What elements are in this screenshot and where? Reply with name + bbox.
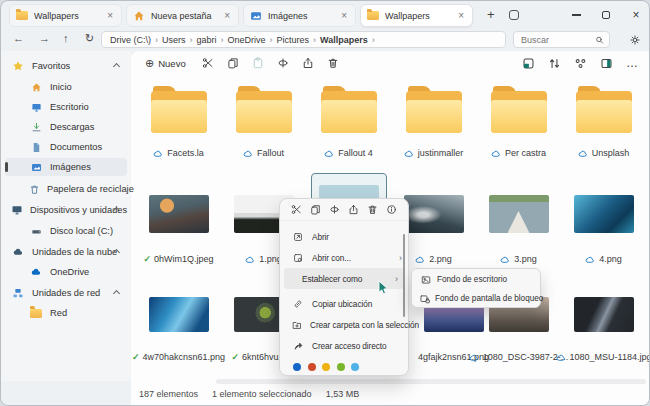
- rename-button[interactable]: [277, 57, 289, 69]
- sidebar-section-favoritos[interactable]: Favoritos: [5, 57, 127, 75]
- tab-actions-icon[interactable]: [509, 10, 519, 20]
- onedrive-cloud-icon: [29, 266, 43, 278]
- rename-button[interactable]: [329, 201, 340, 219]
- tab-imagenes[interactable]: Imágenes ×: [243, 4, 356, 27]
- cut-button[interactable]: [291, 201, 302, 219]
- layout-view-button[interactable]: [522, 57, 535, 70]
- link-icon: [292, 299, 304, 309]
- paste-button[interactable]: [252, 57, 264, 69]
- sidebar-item-disco-local[interactable]: Disco local (C:): [5, 222, 127, 240]
- sidebar-item-onedrive[interactable]: OneDrive: [5, 263, 127, 281]
- file-item[interactable]: ✓4w70hakcnsn61.png: [136, 297, 221, 362]
- sidebar-section-dispositivos[interactable]: Dispositivos y unidades: [5, 201, 127, 219]
- file-item[interactable]: 1080_MSU-1184.jpg: [561, 297, 646, 362]
- copy-icon: [310, 204, 321, 215]
- search-input[interactable]: [519, 34, 595, 46]
- breadcrumb-segment[interactable]: Drive (C:\): [110, 35, 151, 45]
- sidebar-item-descargas[interactable]: Descargas: [5, 118, 127, 136]
- sidebar-item-imagenes[interactable]: Imágenes: [5, 158, 127, 176]
- open-icon: [292, 232, 304, 242]
- sidebar-section-red[interactable]: Unidades de red: [5, 284, 127, 302]
- breadcrumb-segment[interactable]: Users: [162, 35, 186, 45]
- breadcrumb-segment[interactable]: OneDrive: [228, 35, 266, 45]
- gear-icon[interactable]: [629, 34, 641, 46]
- copy-button[interactable]: [310, 201, 321, 219]
- image-thumbnail: [404, 195, 464, 233]
- up-button[interactable]: ↑: [63, 32, 69, 44]
- file-item[interactable]: 3.png: [476, 195, 561, 264]
- section-label: Unidades de red: [32, 288, 100, 298]
- tab-close-icon[interactable]: ×: [105, 10, 115, 21]
- forward-button[interactable]: →: [39, 32, 50, 44]
- info-button[interactable]: [386, 201, 397, 219]
- folder-item-facets[interactable]: Facets.la: [136, 85, 221, 158]
- search-box[interactable]: [513, 31, 610, 48]
- group-button[interactable]: [574, 57, 587, 70]
- cut-button[interactable]: [202, 57, 214, 69]
- back-button[interactable]: ←: [13, 32, 24, 44]
- sidebar-item-inicio[interactable]: Inicio: [5, 78, 127, 96]
- submenu-item-fondo-bloqueo[interactable]: Fondo de pantalla de bloqueo: [412, 289, 540, 308]
- menu-item-abrir-con[interactable]: Abrir con... ›: [280, 247, 408, 268]
- tab-close-icon[interactable]: ×: [339, 10, 349, 21]
- breadcrumb[interactable]: Drive (C:\)› Users› gabri› OneDrive› Pic…: [101, 31, 506, 48]
- tag-color-row: [280, 356, 408, 377]
- folder-name: Per castra: [505, 148, 546, 158]
- tab-close-icon[interactable]: ×: [456, 10, 466, 21]
- maximize-button[interactable]: [591, 1, 621, 29]
- file-item[interactable]: 4.png: [561, 195, 646, 264]
- more-options-button[interactable]: …: [626, 60, 639, 66]
- refresh-button[interactable]: ↻: [85, 32, 94, 45]
- tag-cyan[interactable]: [351, 363, 359, 371]
- horizontal-scrollbar[interactable]: [216, 379, 646, 384]
- delete-button[interactable]: [367, 201, 378, 219]
- folder-item-justinmaller[interactable]: justinmaller: [391, 85, 476, 158]
- file-name: 3.png: [514, 254, 537, 264]
- details-pane-icon: [600, 57, 613, 70]
- folder-item-fallout[interactable]: Fallout: [221, 85, 306, 158]
- share-button[interactable]: [348, 201, 359, 219]
- submenu-item-fondo-escritorio[interactable]: Fondo de escritorio: [412, 270, 540, 289]
- sidebar-item-red[interactable]: Red: [5, 304, 127, 322]
- chevron-up-icon[interactable]: [113, 290, 120, 297]
- tab-wallpapers-active[interactable]: Wallpapers ×: [360, 4, 473, 27]
- folder-icon: [576, 91, 632, 133]
- minimize-button[interactable]: [561, 1, 591, 29]
- tab-nueva-pestana[interactable]: Nueva pestaña ×: [126, 4, 239, 27]
- breadcrumb-segment[interactable]: Pictures: [277, 35, 310, 45]
- tag-green[interactable]: [337, 363, 345, 371]
- chevron-up-icon[interactable]: [113, 63, 120, 70]
- menu-item-copiar-ubicacion[interactable]: Copiar ubicación: [280, 293, 408, 314]
- breadcrumb-current[interactable]: Wallpapers: [320, 35, 368, 45]
- delete-button[interactable]: [327, 57, 339, 69]
- folder-item-unsplash[interactable]: Unsplash: [561, 85, 646, 158]
- tab-close-icon[interactable]: ×: [222, 10, 232, 21]
- menu-item-abrir[interactable]: Abrir: [280, 226, 408, 247]
- copy-button[interactable]: [227, 57, 239, 69]
- menu-item-crear-carpeta[interactable]: Crear carpeta con la selección: [280, 314, 408, 335]
- chevron-right-icon: ›: [372, 35, 375, 45]
- sidebar-item-documentos[interactable]: Documentos: [5, 138, 127, 156]
- folder-item-fallout4[interactable]: Fallout 4: [306, 85, 391, 158]
- tab-wallpapers-1[interactable]: Wallpapers ×: [9, 4, 122, 27]
- cloud-status-icon: [556, 353, 567, 362]
- sort-button[interactable]: [548, 57, 561, 70]
- close-button[interactable]: ×: [621, 1, 650, 29]
- menu-scrollbar[interactable]: [403, 234, 406, 317]
- sidebar-section-nube[interactable]: Unidades de la nube: [5, 243, 127, 261]
- share-button[interactable]: [302, 57, 314, 69]
- sidebar-item-papelera[interactable]: Papelera de reciclaje: [5, 180, 127, 198]
- tag-red[interactable]: [308, 363, 316, 371]
- folder-item-per-castra[interactable]: Per castra: [476, 85, 561, 158]
- new-tab-button[interactable]: +: [487, 7, 495, 22]
- menu-item-crear-acceso-directo[interactable]: Crear acceso directo: [280, 335, 408, 356]
- file-item[interactable]: ✓0hWim1Q.jpeg: [136, 195, 221, 264]
- tag-blue[interactable]: [293, 363, 301, 371]
- folder-row: Facets.la Fallout Fallout 4 justinmaller…: [136, 85, 648, 158]
- breadcrumb-segment[interactable]: gabri: [197, 35, 217, 45]
- sidebar-item-escritorio[interactable]: Escritorio: [5, 98, 127, 116]
- file-name: 4.png: [599, 254, 622, 264]
- tag-yellow[interactable]: [322, 363, 330, 371]
- details-pane-button[interactable]: [600, 57, 613, 70]
- new-button[interactable]: ⊕ Nuevo: [139, 54, 192, 73]
